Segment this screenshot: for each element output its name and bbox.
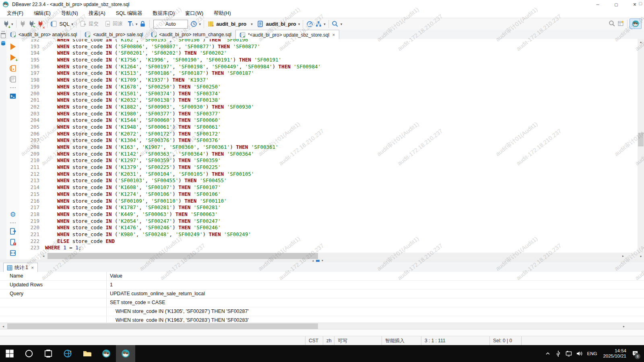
- line-number[interactable]: 222: [19, 238, 45, 245]
- menu-item-6[interactable]: 窗口(W): [180, 9, 208, 18]
- line-number[interactable]: 208: [19, 144, 45, 151]
- chevron-down-icon[interactable]: ▾: [341, 22, 343, 26]
- internet-explorer-icon[interactable]: [58, 345, 77, 362]
- line-number[interactable]: 207: [19, 137, 45, 144]
- status-writable-mode[interactable]: 可写: [334, 336, 382, 345]
- close-icon[interactable]: ✕: [31, 266, 34, 270]
- scroll-left-icon[interactable]: ◂: [0, 323, 6, 329]
- script-preview-icon[interactable]: [8, 75, 17, 84]
- menu-item-2[interactable]: 导航(N): [56, 9, 83, 18]
- disconnect-all-icon[interactable]: ✕: [37, 19, 45, 29]
- line-number[interactable]: 223: [19, 245, 45, 251]
- line-number[interactable]: 199: [19, 84, 45, 90]
- maximize-button[interactable]: ▢: [607, 0, 625, 9]
- stats-row-4[interactable]: WHEN store_code IN ('K1963', 'SF00283') …: [0, 316, 644, 323]
- scroll-down-icon[interactable]: ▾: [638, 253, 644, 259]
- status-insert-mode[interactable]: 智能插入: [382, 336, 421, 345]
- line-number[interactable]: 197: [19, 70, 45, 77]
- stats-row-3[interactable]: WHEN store_code IN ('K1305', 'SF00287') …: [0, 307, 644, 316]
- tab-statistics[interactable]: 统计 1 ✕: [3, 263, 38, 272]
- script-output-icon[interactable]: [8, 249, 17, 257]
- status-selection-info[interactable]: Sel: 0 | 0: [489, 336, 522, 345]
- line-number[interactable]: 204: [19, 117, 45, 124]
- column-header-value[interactable]: Value: [107, 272, 644, 280]
- scroll-right-icon[interactable]: ▸: [620, 253, 626, 259]
- sql-editor-icon[interactable]: [50, 19, 58, 29]
- speaker-icon[interactable]: [574, 345, 584, 362]
- menu-item-4[interactable]: SQL 编辑器: [111, 9, 148, 18]
- quick-search-icon[interactable]: [608, 19, 616, 29]
- sql-label[interactable]: SQL: [60, 21, 70, 27]
- disconnect-icon[interactable]: [19, 19, 27, 29]
- line-number[interactable]: 217: [19, 204, 45, 211]
- schema-icon[interactable]: [256, 19, 264, 29]
- line-number[interactable]: 210: [19, 157, 45, 164]
- chevron-down-icon[interactable]: ▾: [251, 22, 253, 26]
- line-number[interactable]: 220: [19, 224, 45, 231]
- scroll-left-icon[interactable]: ◂: [40, 253, 47, 259]
- database-icon[interactable]: [206, 19, 215, 29]
- database-selector[interactable]: audit_bi_pro: [216, 21, 246, 27]
- line-number[interactable]: 201: [19, 97, 45, 104]
- chevron-down-icon[interactable]: ▾: [324, 22, 326, 26]
- drag-handle[interactable]: [2, 31, 5, 32]
- settings-gear-icon[interactable]: ⚙: [8, 210, 17, 219]
- panel-scroll-thumb[interactable]: [7, 323, 318, 329]
- history-icon[interactable]: [190, 19, 198, 29]
- chevron-down-icon[interactable]: ▾: [199, 22, 201, 26]
- dashboard-icon[interactable]: [305, 19, 314, 29]
- clock[interactable]: 14:54 2025/10/21: [600, 348, 630, 359]
- execute-statement-icon[interactable]: [8, 42, 17, 51]
- dbeaver-taskbar-icon[interactable]: [97, 345, 116, 362]
- dbeaver-profile-icon[interactable]: [630, 19, 642, 29]
- chevron-down-icon[interactable]: ▾: [136, 22, 138, 26]
- network-display-icon[interactable]: [564, 345, 574, 362]
- execute-script-icon[interactable]: [8, 64, 17, 73]
- line-number[interactable]: 211: [19, 164, 45, 171]
- line-number[interactable]: 221: [19, 231, 45, 238]
- line-number[interactable]: 212: [19, 171, 45, 178]
- splitter-up-icon[interactable]: ▲: [312, 259, 314, 262]
- splitter-down-icon[interactable]: ▼: [321, 259, 324, 262]
- menu-item-0[interactable]: 文件(F): [2, 9, 29, 18]
- transaction-mode-icon[interactable]: [126, 19, 134, 29]
- hidden-icons-chevron[interactable]: [543, 345, 553, 362]
- line-number[interactable]: 213: [19, 177, 45, 184]
- editor-tab-1[interactable]: <audit_bi_pro> sale.sql ✕: [81, 30, 147, 39]
- menu-item-7[interactable]: 帮助(H): [208, 9, 236, 18]
- menu-item-1[interactable]: 编辑(E): [29, 9, 56, 18]
- line-number[interactable]: 200: [19, 90, 45, 97]
- perspective-icon[interactable]: [617, 19, 625, 29]
- task-view-icon[interactable]: [39, 345, 58, 362]
- database-navigator-icon[interactable]: [0, 41, 6, 47]
- dbeaver-taskbar-icon-active[interactable]: [116, 345, 135, 362]
- status-timezone[interactable]: CST: [305, 336, 323, 345]
- line-number[interactable]: 193: [19, 43, 45, 50]
- line-number[interactable]: 219: [19, 218, 45, 225]
- line-number[interactable]: 205: [19, 124, 45, 131]
- minimize-view-icon[interactable]: ─: [633, 1, 636, 6]
- auto-commit-button[interactable]: Auto: [153, 20, 188, 29]
- vertical-scroll-thumb[interactable]: [638, 133, 644, 146]
- sql-editor[interactable]: 192 WHEN store_code IN ('K162', 'SF00193…: [19, 39, 638, 253]
- line-number[interactable]: 209: [19, 151, 45, 158]
- line-number[interactable]: 194: [19, 50, 45, 57]
- editor-tab-2[interactable]: <audit_bi_pro> return_change.sql ✕: [147, 30, 235, 39]
- notification-center-icon[interactable]: 8: [630, 345, 643, 362]
- execute-new-tab-icon[interactable]: +: [8, 53, 17, 62]
- menu-item-3[interactable]: 搜索(A): [83, 9, 111, 18]
- panel-splitter[interactable]: ▲ ▼: [0, 259, 644, 262]
- stats-row-0[interactable]: Updated Rows 1: [0, 281, 644, 290]
- splitter-handle[interactable]: [316, 260, 320, 262]
- chevron-down-icon[interactable]: ▾: [11, 22, 13, 26]
- minimize-button[interactable]: ─: [588, 0, 607, 9]
- editor-tab-3[interactable]: *<audit_bi_pro> update_sbz_store.sql ✕: [235, 30, 339, 39]
- taskbar-search-icon[interactable]: [19, 345, 39, 362]
- line-number[interactable]: 216: [19, 198, 45, 205]
- editor-tab-0[interactable]: <audit_bi_pro> analysis.sql ✕: [6, 30, 81, 39]
- maximize-view-icon[interactable]: ▢: [639, 1, 642, 6]
- line-number[interactable]: 196: [19, 64, 45, 70]
- export-result-icon[interactable]: [8, 227, 17, 236]
- line-number[interactable]: 215: [19, 191, 45, 198]
- horizontal-scroll-thumb[interactable]: [47, 253, 318, 259]
